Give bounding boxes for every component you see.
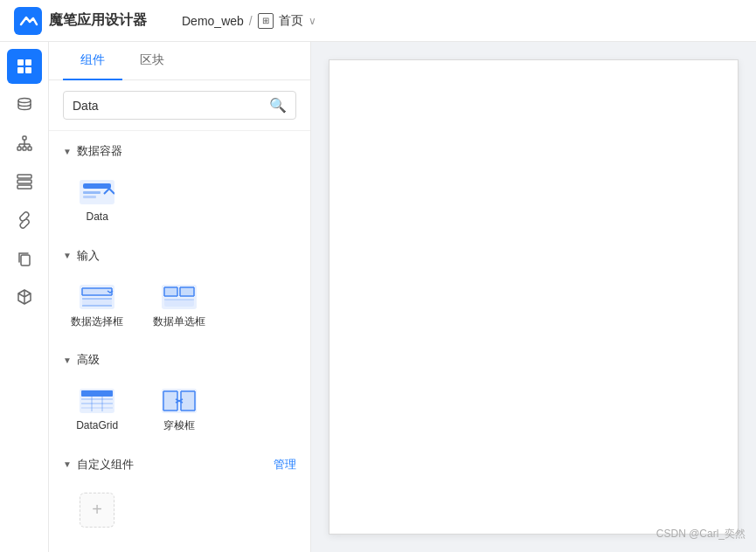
component-label-traverse: 穿梭框 <box>163 419 195 433</box>
breadcrumb: Demo_web / ⊞ 首页 ∨ <box>182 13 316 29</box>
category-header-data-container[interactable]: ▼ 数据容器 <box>49 138 310 164</box>
category-advanced: ▼ 高级 <box>49 347 310 448</box>
category-input: ▼ 输入 <box>49 243 310 344</box>
panel-tabs: 组件 区块 <box>49 42 310 80</box>
svg-rect-18 <box>21 255 30 266</box>
category-header-custom[interactable]: ▼ 自定义组件 管理 <box>49 452 310 478</box>
component-traverse[interactable]: 穿梭框 <box>138 376 220 445</box>
component-label-data-select: 数据选择框 <box>71 315 123 329</box>
search-icon[interactable]: 🔍 <box>269 97 287 114</box>
svg-rect-15 <box>17 175 31 178</box>
traverse-icon <box>162 388 197 414</box>
category-label-advanced: 高级 <box>77 352 100 368</box>
canvas-page[interactable] <box>329 59 739 535</box>
collapse-arrow-data-container: ▼ <box>63 147 72 156</box>
component-data[interactable]: Data <box>56 168 138 236</box>
svg-rect-43 <box>164 300 194 307</box>
app-header: 魔笔应用设计器 Demo_web / ⊞ 首页 ∨ <box>0 0 756 42</box>
search-box: 🔍 <box>63 91 296 120</box>
sidebar-item-box[interactable] <box>7 279 42 314</box>
canvas-area: CSDN @Carl_奕然 <box>311 42 756 552</box>
data-multiselect-icon <box>162 284 197 310</box>
manage-link[interactable]: 管理 <box>274 457 296 473</box>
component-datagrid[interactable]: DataGrid <box>56 376 138 445</box>
components-grid-custom: + <box>49 478 310 542</box>
svg-rect-58 <box>181 391 195 411</box>
component-label-data-multiselect: 数据单选框 <box>153 315 205 329</box>
data-icon <box>80 179 114 205</box>
search-area: 🔍 <box>49 80 310 131</box>
app-name: 魔笔应用设计器 <box>49 11 147 30</box>
sidebar-item-component[interactable] <box>7 49 42 84</box>
tab-block[interactable]: 区块 <box>122 42 182 80</box>
sidebar-item-copy[interactable] <box>7 241 42 276</box>
svg-rect-7 <box>17 147 21 150</box>
category-header-input[interactable]: ▼ 输入 <box>49 243 310 269</box>
svg-rect-20 <box>83 183 111 189</box>
component-label-data: Data <box>86 210 108 224</box>
category-label-input: 输入 <box>77 248 100 264</box>
svg-rect-21 <box>83 191 101 194</box>
category-header-advanced[interactable]: ▼ 高级 <box>49 347 310 373</box>
app-logo: 魔笔应用设计器 <box>14 7 147 35</box>
svg-rect-1 <box>17 59 24 66</box>
collapse-arrow-custom: ▼ <box>63 459 72 469</box>
collapse-arrow-input: ▼ <box>63 251 72 260</box>
component-data-select[interactable]: 数据选择框 <box>56 273 138 341</box>
category-label-custom: 自定义组件 <box>77 457 134 473</box>
tab-component[interactable]: 组件 <box>63 42 122 80</box>
svg-rect-3 <box>17 67 24 73</box>
page-icon: ⊞ <box>258 13 274 29</box>
logo-icon <box>14 7 42 35</box>
svg-point-5 <box>18 99 31 103</box>
component-add-custom[interactable]: + <box>56 481 138 539</box>
search-input[interactable] <box>73 99 262 113</box>
component-label-datagrid: DataGrid <box>76 419 118 433</box>
svg-rect-24 <box>82 288 112 295</box>
sidebar-item-tree[interactable] <box>7 126 42 161</box>
panel-content: ▼ 数据容器 D <box>49 131 310 552</box>
svg-rect-33 <box>164 287 177 296</box>
sidebar-item-database[interactable] <box>7 87 42 122</box>
breadcrumb-page[interactable]: 首页 <box>279 13 303 29</box>
svg-rect-53 <box>163 391 177 411</box>
data-select-icon <box>80 284 114 310</box>
svg-rect-2 <box>25 59 31 66</box>
components-grid-advanced: DataGrid <box>49 373 310 448</box>
sidebar-icons <box>0 42 49 552</box>
add-custom-button[interactable]: + <box>80 493 114 528</box>
chevron-down-icon[interactable]: ∨ <box>309 15 316 27</box>
category-label-data-container: 数据容器 <box>77 143 122 159</box>
svg-rect-17 <box>17 185 31 189</box>
svg-rect-8 <box>23 147 26 150</box>
datagrid-icon <box>80 388 114 414</box>
breadcrumb-project[interactable]: Demo_web <box>182 14 244 28</box>
watermark: CSDN @Carl_奕然 <box>656 527 746 542</box>
sidebar-item-link[interactable] <box>7 203 42 238</box>
svg-rect-38 <box>180 287 194 296</box>
svg-rect-9 <box>28 147 31 150</box>
svg-rect-4 <box>25 67 31 73</box>
svg-rect-16 <box>17 180 31 183</box>
svg-rect-46 <box>81 390 113 397</box>
category-custom: ▼ 自定义组件 管理 + <box>49 452 310 542</box>
svg-rect-6 <box>23 136 26 140</box>
breadcrumb-separator: / <box>249 14 253 28</box>
component-data-multiselect[interactable]: 数据单选框 <box>138 273 220 341</box>
main-layout: 组件 区块 🔍 ▼ 数据容器 <box>0 42 756 552</box>
components-grid-data-container: Data <box>49 164 310 239</box>
sidebar-item-grid[interactable] <box>7 164 42 199</box>
collapse-arrow-advanced: ▼ <box>63 355 72 365</box>
svg-rect-29 <box>82 299 112 306</box>
components-grid-input: 数据选择框 <box>49 269 310 344</box>
component-panel: 组件 区块 🔍 ▼ 数据容器 <box>49 42 311 552</box>
svg-rect-22 <box>83 196 96 198</box>
category-data-container: ▼ 数据容器 D <box>49 138 310 239</box>
